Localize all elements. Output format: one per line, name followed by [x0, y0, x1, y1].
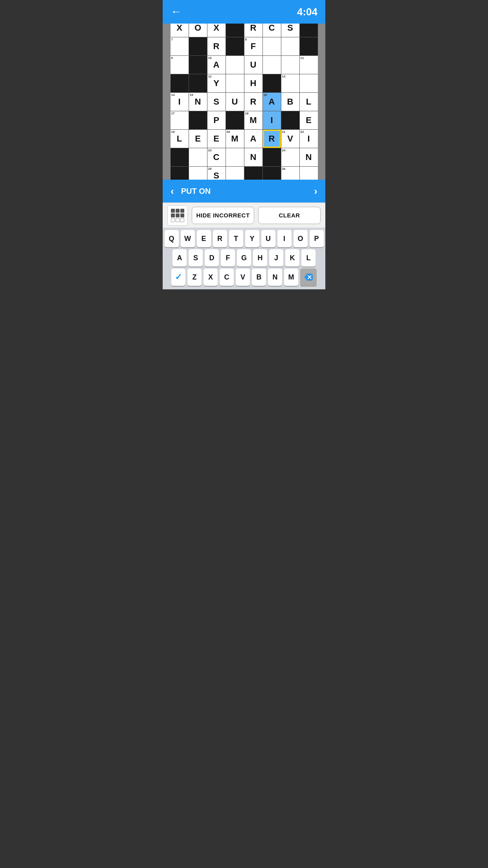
grid-view-button[interactable] — [167, 205, 188, 226]
key-g[interactable]: G — [237, 249, 251, 267]
hide-incorrect-button[interactable]: HIDE INCORRECT — [192, 207, 254, 224]
crossword-cell[interactable]: A — [244, 130, 262, 148]
crossword-cell[interactable] — [171, 148, 189, 166]
key-m[interactable]: M — [284, 268, 298, 286]
crossword-cell[interactable]: B — [281, 93, 299, 111]
crossword-cell[interactable]: H — [244, 74, 262, 92]
crossword-cell[interactable]: N — [300, 148, 318, 166]
crossword-cell[interactable] — [244, 167, 262, 180]
crossword-cell[interactable]: E — [300, 111, 318, 129]
crossword-cell[interactable]: 25S — [207, 167, 226, 180]
crossword-cell[interactable] — [171, 167, 189, 180]
next-clue-button[interactable]: › — [311, 185, 321, 197]
crossword-cell[interactable] — [300, 167, 318, 180]
crossword-cell[interactable]: R — [207, 37, 226, 55]
crossword-cell[interactable] — [226, 24, 244, 37]
crossword-cell[interactable] — [263, 167, 281, 180]
clear-button[interactable]: CLEAR — [258, 207, 321, 224]
key-s[interactable]: S — [189, 249, 203, 267]
key-e[interactable]: E — [197, 230, 211, 247]
crossword-cell[interactable]: 18M — [244, 111, 262, 129]
key-z[interactable]: Z — [187, 268, 202, 286]
crossword-cell[interactable] — [189, 37, 207, 55]
crossword-cell[interactable]: 22I — [300, 130, 318, 148]
crossword-cell[interactable]: 7 — [171, 37, 189, 55]
crossword-cell[interactable]: 21V — [281, 130, 299, 148]
crossword-cell[interactable]: 1X — [171, 24, 189, 37]
crossword-cell[interactable] — [189, 74, 207, 92]
key-k[interactable]: K — [285, 249, 299, 267]
crossword-cell[interactable]: 4R — [244, 24, 262, 37]
crossword-cell[interactable] — [189, 167, 207, 180]
crossword-cell[interactable]: 12Y — [207, 74, 226, 92]
key-x[interactable]: X — [204, 268, 218, 286]
crossword-cell[interactable] — [300, 74, 318, 92]
key-p[interactable]: P — [310, 230, 324, 247]
key-c[interactable]: C — [220, 268, 234, 286]
crossword-cell[interactable]: S — [207, 93, 226, 111]
key-j[interactable]: J — [269, 249, 283, 267]
prev-clue-button[interactable]: ‹ — [167, 185, 177, 197]
crossword-cell[interactable] — [189, 111, 207, 129]
crossword-cell[interactable] — [226, 167, 244, 180]
key-f[interactable]: F — [221, 249, 235, 267]
crossword-cell[interactable]: 16A — [263, 93, 281, 111]
crossword-cell[interactable] — [263, 37, 281, 55]
crossword-cell[interactable]: 11 — [300, 56, 318, 74]
crossword-cell[interactable]: 26 — [281, 167, 299, 180]
crossword-grid[interactable]: 1X2O3X4R5C6S7R8F910AU1112YH1314I15NSUR16… — [171, 24, 318, 180]
key-d[interactable]: D — [205, 249, 219, 267]
crossword-cell[interactable]: 23C — [207, 148, 226, 166]
crossword-cell[interactable] — [300, 37, 318, 55]
crossword-cell[interactable] — [189, 148, 207, 166]
crossword-cell[interactable] — [281, 37, 299, 55]
crossword-cell[interactable] — [300, 24, 318, 37]
crossword-cell[interactable]: 5C — [263, 24, 281, 37]
crossword-cell[interactable]: 10A — [207, 56, 226, 74]
crossword-cell[interactable]: 24 — [281, 148, 299, 166]
key-h[interactable]: H — [253, 249, 267, 267]
crossword-cell[interactable] — [226, 148, 244, 166]
key-y[interactable]: Y — [245, 230, 259, 247]
crossword-cell[interactable] — [226, 74, 244, 92]
key-l[interactable]: L — [301, 249, 316, 267]
back-button[interactable]: ← — [171, 6, 182, 18]
crossword-cell[interactable] — [263, 56, 281, 74]
crossword-cell[interactable]: 8F — [244, 37, 262, 55]
crossword-cell[interactable]: E — [189, 130, 207, 148]
key-u[interactable]: U — [261, 230, 275, 247]
crossword-cell[interactable]: U — [244, 56, 262, 74]
key-r[interactable]: R — [213, 230, 227, 247]
key-q[interactable]: Q — [165, 230, 179, 247]
crossword-cell[interactable] — [226, 56, 244, 74]
crossword-cell[interactable]: 15N — [189, 93, 207, 111]
key-o[interactable]: O — [294, 230, 308, 247]
crossword-cell[interactable] — [226, 111, 244, 129]
crossword-cell[interactable]: 9 — [171, 56, 189, 74]
crossword-cell[interactable]: 14I — [171, 93, 189, 111]
crossword-cell[interactable] — [226, 37, 244, 55]
crossword-cell[interactable]: 13 — [281, 74, 299, 92]
crossword-cell[interactable]: P — [207, 111, 226, 129]
crossword-cell[interactable]: N — [244, 148, 262, 166]
key-t[interactable]: T — [229, 230, 243, 247]
crossword-cell[interactable]: L — [300, 93, 318, 111]
key-backspace[interactable] — [300, 268, 317, 286]
crossword-cell[interactable]: I — [263, 111, 281, 129]
crossword-cell[interactable]: 2O — [189, 24, 207, 37]
crossword-cell[interactable]: 17 — [171, 111, 189, 129]
crossword-cell[interactable] — [189, 56, 207, 74]
crossword-cell[interactable] — [281, 111, 299, 129]
crossword-cell[interactable]: R — [244, 93, 262, 111]
key-v[interactable]: V — [236, 268, 250, 286]
crossword-cell[interactable]: R — [263, 130, 281, 148]
key-confirm[interactable]: ✓ — [171, 268, 185, 286]
crossword-cell[interactable] — [263, 74, 281, 92]
crossword-cell[interactable]: 20M — [226, 130, 244, 148]
key-b[interactable]: B — [252, 268, 266, 286]
crossword-cell[interactable]: 6S — [281, 24, 299, 37]
key-i[interactable]: I — [277, 230, 292, 247]
key-w[interactable]: W — [181, 230, 195, 247]
key-a[interactable]: A — [172, 249, 187, 267]
crossword-cell[interactable] — [281, 56, 299, 74]
